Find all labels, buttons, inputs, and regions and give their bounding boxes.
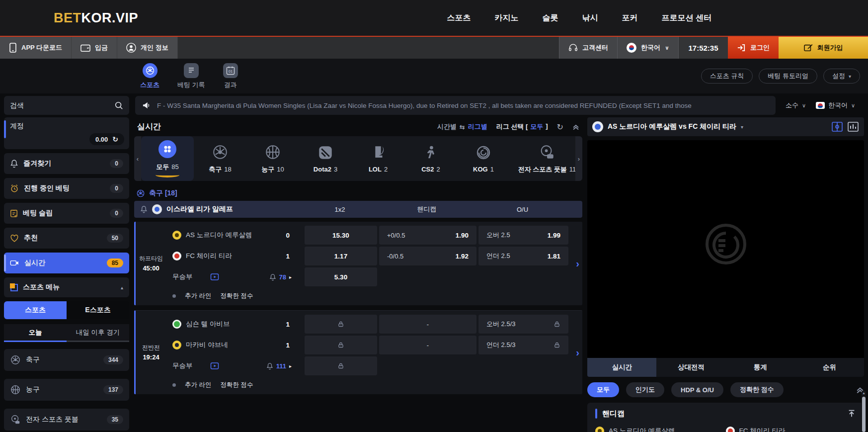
triangle-down-icon[interactable]: ▾ <box>741 124 743 130</box>
odds-draw[interactable]: 5.30 <box>305 267 377 286</box>
sidebar-item-label: 진행 중인 베팅 <box>24 184 70 193</box>
support-button[interactable]: 고객센터 <box>559 37 617 59</box>
login-button[interactable]: 로그인 <box>728 37 779 59</box>
chevron-down-icon: ∨ <box>851 102 855 109</box>
odds-away-handicap[interactable]: -0/0.51.92 <box>379 247 476 265</box>
nav-promotions[interactable]: 프로모션 센터 <box>662 13 711 23</box>
odds-over[interactable]: 오버 2.51.99 <box>478 226 568 245</box>
tab-today[interactable]: 오늘 <box>4 324 67 342</box>
nav-poker[interactable]: 포커 <box>622 13 638 23</box>
extra-lines-link[interactable]: 추가 라인 <box>185 381 211 389</box>
more-markets-button[interactable]: 111 ▸ <box>266 362 297 370</box>
balance-pill[interactable]: 0.00 ↻ <box>89 133 124 145</box>
settings-button[interactable]: 설정▾ <box>823 69 860 84</box>
sports-menu-header[interactable]: 스포츠 메뉴 ▴ <box>4 277 129 297</box>
odds-home-handicap[interactable]: +0/0.51.90 <box>379 226 476 245</box>
sidebar-item-bet-slip[interactable]: 베팅 슬립 0 <box>4 203 129 224</box>
live-stream-icon[interactable] <box>210 273 219 281</box>
sort-toggle[interactable]: 시간별 ⇆ 리그별 <box>437 122 487 131</box>
profile-button[interactable]: 개인 정보 <box>117 37 178 59</box>
brand-logo[interactable]: BETKOR.VIP <box>54 10 138 26</box>
signup-button[interactable]: 회원가입 <box>779 37 868 59</box>
odds-home-win-locked <box>305 315 377 334</box>
odds-format-selector[interactable]: 소수 ∨ <box>786 101 806 110</box>
search-input[interactable] <box>10 101 114 109</box>
search-ticker-row: F - W35 Santa Margherita di Pula Women S… <box>0 93 868 117</box>
nav-slots[interactable]: 슬롯 <box>543 13 558 23</box>
odds-away-win-locked <box>305 336 377 354</box>
swap-icon: ⇆ <box>460 123 465 131</box>
category-kog[interactable]: KOG1 <box>457 136 510 181</box>
tab-statistics[interactable]: 통계 <box>726 358 795 377</box>
panel-scrollbar[interactable]: ▴ <box>862 391 866 432</box>
pitch-view-icon[interactable] <box>831 121 843 132</box>
tab-head-to-head[interactable]: 상대전적 <box>656 358 725 377</box>
filter-correct-score[interactable]: 정확한 점수 <box>730 382 784 397</box>
category-label: KOG <box>473 166 488 173</box>
sidebar-sport-basketball[interactable]: 농구 137 <box>4 379 129 401</box>
language-selector[interactable]: 한국어 ∨ <box>617 37 678 59</box>
category-strip: ‹ 모두85 축구18 농구10 <box>134 136 582 181</box>
match-period: 전반전 <box>142 344 160 352</box>
filter-hdp-ou[interactable]: HDP & O/U <box>671 382 723 397</box>
collapse-all-icon[interactable] <box>572 123 579 130</box>
tab-sports-filter[interactable]: 스포츠 <box>4 301 67 319</box>
tab-sports[interactable]: 스포츠 <box>140 63 159 89</box>
category-basketball[interactable]: 농구10 <box>246 136 299 181</box>
nav-casino[interactable]: 카지노 <box>495 13 519 23</box>
scrollbar-thumb[interactable] <box>862 397 866 432</box>
refresh-icon[interactable]: ↻ <box>557 122 563 132</box>
scroll-right-arrow[interactable]: › <box>575 136 582 181</box>
odds-home-win[interactable]: 15.30 <box>305 226 377 245</box>
category-efootball[interactable]: 전자 스포츠 풋볼11 <box>510 136 575 181</box>
sidebar-sport-football[interactable]: 축구 344 <box>4 349 129 371</box>
tab-standings[interactable]: 순위 <box>795 358 864 377</box>
sidebar-item-favorites[interactable]: 즐겨찾기 0 <box>4 153 129 174</box>
tab-live[interactable]: 실시간 <box>587 358 656 377</box>
category-label: Dota2 <box>314 166 331 173</box>
live-camera-icon <box>10 259 19 267</box>
statistics-icon[interactable] <box>847 121 859 132</box>
sidebar-sport-efootball[interactable]: 전자 스포츠 풋볼 35 <box>4 409 129 431</box>
pin-to-top-icon[interactable] <box>847 409 856 418</box>
nav-sports[interactable]: 스포츠 <box>447 13 471 23</box>
category-all[interactable]: 모두85 <box>141 136 194 181</box>
odds-under[interactable]: 언더 2.51.81 <box>478 247 568 265</box>
deposit-button[interactable]: 입금 <box>72 37 117 59</box>
home-score: 0 <box>286 232 297 239</box>
app-download-button[interactable]: APP 다운로드 <box>0 37 72 59</box>
announcement-ticker[interactable]: F - W35 Santa Margherita di Pula Women S… <box>135 96 776 115</box>
league-select-button[interactable]: 리그 선택 [ 모두 ] <box>496 122 548 131</box>
bell-icon[interactable] <box>140 205 148 213</box>
tab-bet-history[interactable]: 베팅 기록 <box>177 63 205 89</box>
category-cs2[interactable]: CS22 <box>404 136 457 181</box>
odds-away-win[interactable]: 1.17 <box>305 247 377 265</box>
sidebar-item-live[interactable]: 실시간 85 <box>4 253 129 273</box>
sidebar-item-open-bets[interactable]: 진행 중인 베팅 0 <box>4 178 129 199</box>
correct-score-link[interactable]: 정확한 점수 <box>220 292 253 300</box>
tab-esports-filter[interactable]: E스포츠 <box>67 301 129 319</box>
correct-score-link[interactable]: 정확한 점수 <box>220 381 253 389</box>
category-dota2[interactable]: Dota23 <box>299 136 352 181</box>
ticker-language-selector[interactable]: 한국어 ∨ <box>816 101 855 110</box>
live-stream-icon[interactable] <box>210 362 219 370</box>
betting-tutorial-button[interactable]: 베팅 튜토리얼 <box>759 69 817 84</box>
category-football[interactable]: 축구18 <box>194 136 246 181</box>
filter-all[interactable]: 모두 <box>587 382 619 397</box>
scrollbar-up-arrow[interactable]: ▴ <box>863 391 865 396</box>
category-count: 2 <box>384 166 388 173</box>
expand-match-button[interactable]: › <box>576 347 579 358</box>
extra-lines-link[interactable]: 추가 라인 <box>185 292 211 300</box>
filter-popular[interactable]: 인기도 <box>626 382 664 397</box>
tab-results[interactable]: 01 결과 <box>223 63 238 89</box>
scroll-left-arrow[interactable]: ‹ <box>134 136 141 181</box>
expand-match-button[interactable]: › <box>576 258 579 269</box>
category-lol[interactable]: LOL2 <box>352 136 404 181</box>
soccer-ball-icon <box>136 189 145 198</box>
sports-rules-button[interactable]: 스포츠 규칙 <box>701 69 753 84</box>
more-markets-button[interactable]: 78 ▸ <box>269 273 297 281</box>
ticker-text: F - W35 Santa Margherita di Pula Women S… <box>157 102 692 109</box>
tab-upcoming[interactable]: 내일 이후 경기 <box>67 324 129 342</box>
sidebar-item-recommended[interactable]: 추천 50 <box>4 228 129 249</box>
nav-fishing[interactable]: 낚시 <box>582 13 598 23</box>
